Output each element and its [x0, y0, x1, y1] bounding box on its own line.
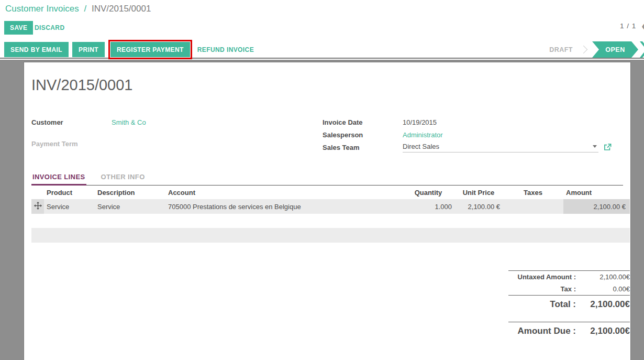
chevron-down-icon[interactable]	[593, 145, 597, 148]
register-payment-button[interactable]: REGISTER PAYMENT	[110, 42, 190, 57]
sales-team-value: Direct Sales	[403, 143, 593, 150]
invoice-lines-table: Product Description Account Quantity Uni…	[31, 186, 630, 214]
invoice-date-value[interactable]: 10/19/2015	[403, 118, 437, 126]
column-header-taxes[interactable]: Taxes	[503, 186, 563, 199]
untaxed-amount-label: Untaxed Amount :	[508, 273, 576, 281]
breadcrumb-separator: /	[84, 4, 87, 14]
cell-taxes[interactable]	[503, 199, 563, 214]
notebook-tabs: INVOICE LINES OTHER INFO	[31, 173, 623, 186]
statusbar: DRAFT OPEN	[549, 41, 644, 58]
tab-other-info[interactable]: OTHER INFO	[100, 173, 146, 185]
salesperson-field-row: Salesperson Administrator	[323, 128, 612, 141]
discard-button[interactable]: DISCARD	[35, 24, 64, 31]
breadcrumb-parent-link[interactable]: Customer Invoices	[5, 4, 79, 14]
pager-prev-icon[interactable]: ‹	[641, 21, 644, 30]
total-label: Total :	[508, 299, 576, 310]
record-pager: 1 / 1 ‹	[620, 21, 644, 30]
salesperson-value-link[interactable]: Administrator	[403, 131, 443, 139]
breadcrumb: Customer Invoices / INV/2015/0001	[5, 4, 151, 14]
field-group-right: Invoice Date 10/19/2015 Salesperson Admi…	[323, 116, 623, 154]
invoice-line-row[interactable]: Service Service 705000 Prestations de se…	[31, 199, 630, 214]
statusbar-arrow-sliver	[640, 41, 644, 58]
send-by-email-button[interactable]: SEND BY EMAIL	[4, 42, 69, 57]
column-header-description[interactable]: Description	[95, 186, 165, 199]
cell-quantity[interactable]: 1.000	[402, 199, 454, 214]
pager-count: 1 / 1	[620, 22, 636, 30]
untaxed-amount-row: Untaxed Amount : 2,100.00€	[508, 271, 630, 283]
register-payment-highlight-annotation: REGISTER PAYMENT	[108, 40, 192, 59]
field-groups: Customer Smith & Co Payment Term Invoice…	[31, 116, 623, 154]
amount-due-value: 2,100.00€	[576, 326, 630, 336]
customer-label: Customer	[31, 118, 112, 126]
salesperson-label: Salesperson	[323, 131, 403, 139]
payment-term-field-row: Payment Term	[31, 137, 323, 150]
save-button[interactable]: SAVE	[4, 21, 33, 35]
statusbar-draft[interactable]: DRAFT	[549, 46, 573, 53]
payment-term-label: Payment Term	[31, 140, 112, 148]
invoice-date-label: Invoice Date	[323, 118, 403, 126]
tax-row: Tax : 0.00€	[508, 283, 630, 295]
refund-invoice-button[interactable]: REFUND INVOICE	[197, 46, 254, 53]
total-row: Total : 2,100.00€	[508, 296, 630, 314]
field-group-left: Customer Smith & Co Payment Term	[31, 116, 323, 154]
handle-column-header	[31, 186, 44, 199]
column-header-account[interactable]: Account	[165, 186, 402, 199]
external-link-icon[interactable]	[604, 144, 612, 151]
action-bar: SEND BY EMAIL PRINT REGISTER PAYMENT REF…	[0, 41, 644, 59]
chevron-right-icon	[580, 46, 588, 54]
cell-account[interactable]: 705000 Prestations de services en Belgiq…	[165, 199, 402, 214]
breadcrumb-current: INV/2015/0001	[92, 4, 151, 14]
tax-label: Tax :	[508, 285, 576, 293]
tax-value: 0.00€	[576, 285, 630, 293]
invoice-sheet: INV/2015/0001 Customer Smith & Co Paymen…	[24, 62, 630, 360]
drag-handle-icon[interactable]	[31, 199, 44, 214]
column-header-unit-price[interactable]: Unit Price	[454, 186, 503, 199]
cell-description[interactable]: Service	[95, 199, 165, 214]
table-header-row: Product Description Account Quantity Uni…	[31, 186, 630, 199]
cell-product[interactable]: Service	[44, 199, 95, 214]
sales-team-field-row: Sales Team Direct Sales	[323, 141, 612, 154]
amount-due-row: Amount Due : 2,100.00€	[508, 322, 630, 341]
invoice-date-field-row: Invoice Date 10/19/2015	[323, 116, 612, 128]
empty-line-placeholder[interactable]	[31, 228, 630, 243]
invoice-number-title: INV/2015/0001	[31, 77, 630, 94]
amount-due-label: Amount Due :	[508, 326, 576, 336]
untaxed-amount-value: 2,100.00€	[576, 273, 630, 281]
customer-field-row: Customer Smith & Co	[31, 116, 323, 128]
customer-value-link[interactable]: Smith & Co	[112, 118, 146, 126]
totals-block: Untaxed Amount : 2,100.00€ Tax : 0.00€ T…	[508, 270, 630, 341]
sales-team-label: Sales Team	[323, 144, 403, 151]
sales-team-select[interactable]: Direct Sales	[403, 143, 598, 152]
column-header-amount[interactable]: Amount	[563, 186, 630, 199]
column-header-product[interactable]: Product	[44, 186, 95, 199]
print-button[interactable]: PRINT	[72, 42, 105, 57]
column-header-quantity[interactable]: Quantity	[402, 186, 454, 199]
cell-unit-price[interactable]: 2,100.00 €	[454, 199, 503, 214]
statusbar-open[interactable]: OPEN	[592, 41, 638, 58]
tab-invoice-lines[interactable]: INVOICE LINES	[31, 173, 86, 185]
total-value: 2,100.00€	[576, 299, 630, 310]
cell-amount: 2,100.00 €	[563, 199, 630, 214]
